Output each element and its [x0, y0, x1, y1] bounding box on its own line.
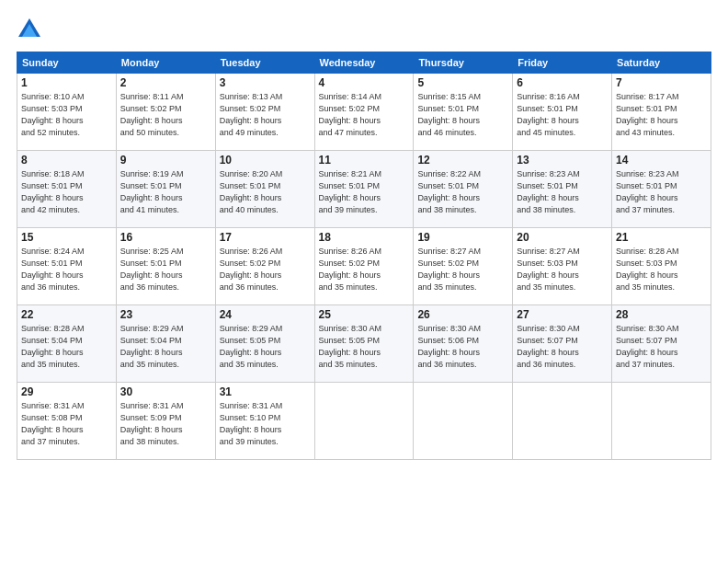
day-number: 15 — [21, 231, 112, 244]
day-number: 9 — [120, 154, 211, 167]
day-info: Sunrise: 8:31 AM Sunset: 5:10 PM Dayligh… — [220, 400, 311, 448]
day-cell: 25Sunrise: 8:30 AM Sunset: 5:05 PM Dayli… — [314, 305, 414, 383]
day-cell: 3Sunrise: 8:13 AM Sunset: 5:02 PM Daylig… — [215, 74, 314, 151]
day-cell — [513, 383, 612, 460]
day-cell: 31Sunrise: 8:31 AM Sunset: 5:10 PM Dayli… — [215, 383, 314, 460]
weekday-header-sunday: Sunday — [17, 52, 117, 74]
day-cell: 12Sunrise: 8:22 AM Sunset: 5:01 PM Dayli… — [414, 151, 513, 228]
day-info: Sunrise: 8:30 AM Sunset: 5:07 PM Dayligh… — [616, 323, 707, 371]
day-number: 3 — [220, 76, 311, 89]
day-number: 19 — [417, 231, 508, 244]
day-number: 2 — [120, 76, 211, 89]
day-number: 6 — [517, 76, 608, 89]
day-info: Sunrise: 8:26 AM Sunset: 5:02 PM Dayligh… — [319, 246, 410, 293]
day-info: Sunrise: 8:13 AM Sunset: 5:02 PM Dayligh… — [220, 91, 311, 139]
day-info: Sunrise: 8:27 AM Sunset: 5:03 PM Dayligh… — [517, 246, 608, 293]
day-number: 8 — [21, 154, 112, 167]
week-row-3: 15Sunrise: 8:24 AM Sunset: 5:01 PM Dayli… — [17, 228, 711, 305]
day-number: 20 — [517, 231, 608, 244]
day-cell: 1Sunrise: 8:10 AM Sunset: 5:03 PM Daylig… — [17, 74, 117, 151]
week-row-5: 29Sunrise: 8:31 AM Sunset: 5:08 PM Dayli… — [17, 383, 711, 460]
day-number: 5 — [417, 76, 508, 89]
day-info: Sunrise: 8:22 AM Sunset: 5:01 PM Dayligh… — [417, 168, 508, 216]
day-info: Sunrise: 8:16 AM Sunset: 5:01 PM Dayligh… — [517, 91, 608, 139]
day-cell: 29Sunrise: 8:31 AM Sunset: 5:08 PM Dayli… — [17, 383, 117, 460]
page-header — [17, 17, 711, 42]
day-cell: 9Sunrise: 8:19 AM Sunset: 5:01 PM Daylig… — [116, 151, 215, 228]
day-number: 16 — [120, 231, 211, 244]
day-info: Sunrise: 8:30 AM Sunset: 5:06 PM Dayligh… — [417, 323, 508, 371]
day-cell: 13Sunrise: 8:23 AM Sunset: 5:01 PM Dayli… — [513, 151, 612, 228]
day-info: Sunrise: 8:25 AM Sunset: 5:01 PM Dayligh… — [120, 246, 211, 293]
day-info: Sunrise: 8:19 AM Sunset: 5:01 PM Dayligh… — [120, 168, 211, 216]
day-number: 17 — [220, 231, 311, 244]
day-info: Sunrise: 8:27 AM Sunset: 5:02 PM Dayligh… — [417, 246, 508, 293]
day-info: Sunrise: 8:23 AM Sunset: 5:01 PM Dayligh… — [517, 168, 608, 216]
week-row-1: 1Sunrise: 8:10 AM Sunset: 5:03 PM Daylig… — [17, 74, 711, 151]
day-number: 23 — [120, 308, 211, 321]
day-number: 31 — [220, 385, 311, 398]
day-number: 14 — [616, 154, 707, 167]
day-cell: 7Sunrise: 8:17 AM Sunset: 5:01 PM Daylig… — [612, 74, 711, 151]
day-cell — [414, 383, 513, 460]
week-row-2: 8Sunrise: 8:18 AM Sunset: 5:01 PM Daylig… — [17, 151, 711, 228]
day-cell: 19Sunrise: 8:27 AM Sunset: 5:02 PM Dayli… — [414, 228, 513, 305]
day-cell: 22Sunrise: 8:28 AM Sunset: 5:04 PM Dayli… — [17, 305, 117, 383]
day-number: 29 — [21, 385, 112, 398]
day-info: Sunrise: 8:11 AM Sunset: 5:02 PM Dayligh… — [120, 91, 211, 139]
day-number: 1 — [21, 76, 112, 89]
day-info: Sunrise: 8:18 AM Sunset: 5:01 PM Dayligh… — [21, 168, 112, 216]
day-cell: 2Sunrise: 8:11 AM Sunset: 5:02 PM Daylig… — [116, 74, 215, 151]
day-info: Sunrise: 8:28 AM Sunset: 5:03 PM Dayligh… — [616, 246, 707, 293]
day-cell: 30Sunrise: 8:31 AM Sunset: 5:09 PM Dayli… — [116, 383, 215, 460]
weekday-header-thursday: Thursday — [414, 52, 513, 74]
day-cell: 15Sunrise: 8:24 AM Sunset: 5:01 PM Dayli… — [17, 228, 117, 305]
day-info: Sunrise: 8:14 AM Sunset: 5:02 PM Dayligh… — [319, 91, 410, 139]
day-info: Sunrise: 8:17 AM Sunset: 5:01 PM Dayligh… — [616, 91, 707, 139]
day-cell: 27Sunrise: 8:30 AM Sunset: 5:07 PM Dayli… — [513, 305, 612, 383]
day-cell: 6Sunrise: 8:16 AM Sunset: 5:01 PM Daylig… — [513, 74, 612, 151]
day-info: Sunrise: 8:30 AM Sunset: 5:07 PM Dayligh… — [517, 323, 608, 371]
day-cell: 14Sunrise: 8:23 AM Sunset: 5:01 PM Dayli… — [612, 151, 711, 228]
day-cell: 26Sunrise: 8:30 AM Sunset: 5:06 PM Dayli… — [414, 305, 513, 383]
day-number: 18 — [319, 231, 410, 244]
day-number: 24 — [220, 308, 311, 321]
day-info: Sunrise: 8:26 AM Sunset: 5:02 PM Dayligh… — [220, 246, 311, 293]
day-number: 11 — [319, 154, 410, 167]
day-number: 30 — [120, 385, 211, 398]
day-cell: 24Sunrise: 8:29 AM Sunset: 5:05 PM Dayli… — [215, 305, 314, 383]
day-number: 21 — [616, 231, 707, 244]
logo — [17, 17, 46, 42]
day-cell: 18Sunrise: 8:26 AM Sunset: 5:02 PM Dayli… — [314, 228, 414, 305]
calendar-table: SundayMondayTuesdayWednesdayThursdayFrid… — [17, 52, 711, 460]
day-number: 13 — [517, 154, 608, 167]
day-number: 12 — [417, 154, 508, 167]
day-info: Sunrise: 8:20 AM Sunset: 5:01 PM Dayligh… — [220, 168, 311, 216]
day-cell: 11Sunrise: 8:21 AM Sunset: 5:01 PM Dayli… — [314, 151, 414, 228]
week-row-4: 22Sunrise: 8:28 AM Sunset: 5:04 PM Dayli… — [17, 305, 711, 383]
weekday-header-wednesday: Wednesday — [314, 52, 414, 74]
day-number: 26 — [417, 308, 508, 321]
day-cell: 16Sunrise: 8:25 AM Sunset: 5:01 PM Dayli… — [116, 228, 215, 305]
day-number: 7 — [616, 76, 707, 89]
day-cell: 8Sunrise: 8:18 AM Sunset: 5:01 PM Daylig… — [17, 151, 117, 228]
day-cell: 4Sunrise: 8:14 AM Sunset: 5:02 PM Daylig… — [314, 74, 414, 151]
weekday-header-saturday: Saturday — [612, 52, 711, 74]
day-cell: 10Sunrise: 8:20 AM Sunset: 5:01 PM Dayli… — [215, 151, 314, 228]
day-number: 22 — [21, 308, 112, 321]
weekday-header-tuesday: Tuesday — [215, 52, 314, 74]
weekday-header-monday: Monday — [116, 52, 215, 74]
day-cell: 17Sunrise: 8:26 AM Sunset: 5:02 PM Dayli… — [215, 228, 314, 305]
day-info: Sunrise: 8:29 AM Sunset: 5:04 PM Dayligh… — [120, 323, 211, 371]
day-info: Sunrise: 8:10 AM Sunset: 5:03 PM Dayligh… — [21, 91, 112, 139]
day-cell — [612, 383, 711, 460]
day-info: Sunrise: 8:24 AM Sunset: 5:01 PM Dayligh… — [21, 246, 112, 293]
day-info: Sunrise: 8:29 AM Sunset: 5:05 PM Dayligh… — [220, 323, 311, 371]
day-info: Sunrise: 8:28 AM Sunset: 5:04 PM Dayligh… — [21, 323, 112, 371]
day-number: 28 — [616, 308, 707, 321]
day-info: Sunrise: 8:23 AM Sunset: 5:01 PM Dayligh… — [616, 168, 707, 216]
day-info: Sunrise: 8:15 AM Sunset: 5:01 PM Dayligh… — [417, 91, 508, 139]
day-cell: 28Sunrise: 8:30 AM Sunset: 5:07 PM Dayli… — [612, 305, 711, 383]
day-info: Sunrise: 8:30 AM Sunset: 5:05 PM Dayligh… — [319, 323, 410, 371]
weekday-header-row: SundayMondayTuesdayWednesdayThursdayFrid… — [17, 52, 711, 74]
